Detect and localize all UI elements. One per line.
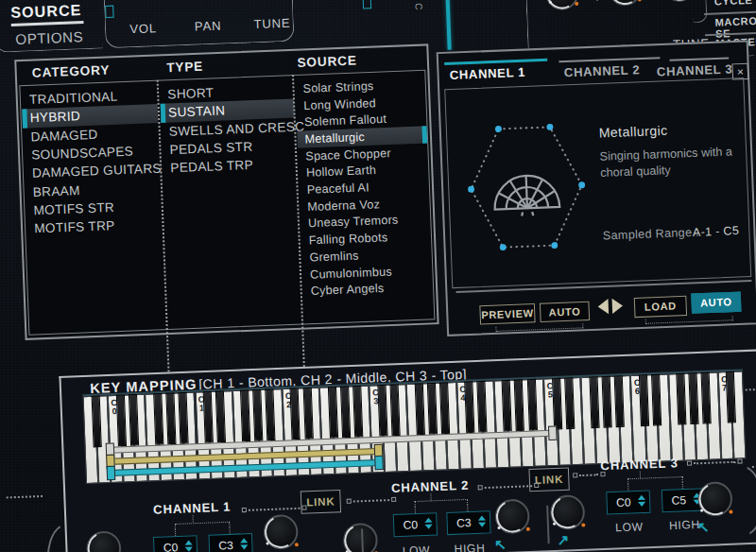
- note-value: C3: [210, 538, 243, 552]
- low-label: LOW: [607, 520, 651, 535]
- vol-label-left: VOL: [129, 21, 157, 36]
- connector-endpoint: [478, 485, 483, 490]
- column-header-type: TYPE: [166, 60, 203, 76]
- note-value: C5: [662, 493, 696, 508]
- range-handle[interactable]: [374, 456, 384, 470]
- note-value: C3: [447, 516, 480, 530]
- low-note-spinner[interactable]: C0: [606, 490, 650, 514]
- column-header-source: SOURCE: [297, 53, 357, 70]
- connector-endpoint: [737, 458, 742, 463]
- knob-arrow-icon: ↗: [557, 531, 569, 549]
- list-item-label: Falling Robots: [301, 231, 387, 248]
- list-item-label: Solemn Fallout: [297, 112, 387, 129]
- list-item-label: HYBRID: [22, 110, 80, 126]
- note-value: C0: [154, 541, 187, 552]
- dotted-stem: [193, 515, 194, 522]
- list-item-label: SOUNDSCAPES: [24, 144, 133, 163]
- list-item-label: PEDALS STR: [162, 140, 252, 158]
- low-note-spinner[interactable]: C0: [153, 535, 198, 552]
- column-header-category: CATEGORY: [32, 62, 111, 79]
- list-item-label: Cyber Angels: [303, 282, 385, 298]
- prev-arrow-icon[interactable]: [597, 299, 609, 315]
- note-value: C0: [394, 518, 427, 532]
- source-description: Singing harmonics with a choral quality: [599, 144, 746, 181]
- connector-endpoint: [600, 472, 605, 476]
- selection-marker: [22, 110, 27, 129]
- auto-preview-button[interactable]: AUTO: [540, 302, 590, 322]
- dotted-connector: [7, 495, 43, 498]
- spinner-arrows-icon[interactable]: [478, 515, 487, 526]
- list-item-label: PEDALS TRP: [163, 158, 253, 176]
- list-item-label: DAMAGED: [23, 127, 98, 144]
- list-item-label: Uneasy Tremors: [301, 214, 399, 231]
- next-arrow-icon[interactable]: [612, 298, 624, 314]
- list-item-label: SUSTAIN: [161, 104, 226, 121]
- dotted-leg: [467, 505, 468, 511]
- list-item-label: SHORT: [160, 86, 215, 102]
- dotted-stem: [640, 472, 641, 478]
- dotted-connector: [752, 466, 756, 469]
- dotted-leg: [415, 507, 416, 513]
- tab-channel-1[interactable]: CHANNEL 1: [449, 65, 525, 82]
- plugin-window: SOURCE OPTIONS VOL PAN TUNE C ▲▼ ▲▼ VOL …: [0, 0, 756, 552]
- list-item-label: MOTIFS TRP: [26, 218, 115, 236]
- dotted-leg: [682, 482, 683, 489]
- connector-endpoint: [534, 483, 539, 488]
- sampled-range-value: A-1 - C5: [693, 224, 740, 239]
- link-button[interactable]: LINK: [301, 490, 341, 514]
- list-item-label: Moderna Voz: [300, 198, 380, 214]
- vertical-slider[interactable]: [446, 0, 452, 50]
- selection-marker: [161, 104, 166, 123]
- list-item-label: Cumulonimbus: [302, 265, 392, 282]
- stepper-arrows-icon[interactable]: ▲▼: [593, 0, 600, 2]
- dotted-connector: [746, 388, 756, 391]
- list-item-label: Peaceful AI: [299, 181, 369, 197]
- tune-label-left: TUNE: [253, 16, 291, 32]
- list-item-label: Space Chopper: [298, 147, 391, 164]
- pan-label-left: PAN: [195, 18, 222, 33]
- link-button[interactable]: LINK: [528, 467, 569, 492]
- teal-indicator-icon: [363, 0, 372, 9]
- dotted-leg: [175, 529, 176, 536]
- range-handle[interactable]: [548, 426, 558, 440]
- list-item-label: Hollow Earth: [299, 164, 377, 180]
- hexagon-radar-icon: [464, 121, 589, 253]
- range-handle[interactable]: [106, 466, 115, 480]
- list-item-label: Solar Strings: [295, 79, 373, 95]
- connector-endpoint: [347, 499, 352, 504]
- list-item-label: MOTIFS STR: [26, 200, 114, 218]
- knob-arrow-icon: ↖: [494, 536, 507, 552]
- load-button[interactable]: LOAD: [634, 296, 687, 318]
- tab-channel-3[interactable]: CHANNEL 3: [657, 61, 733, 78]
- spinner-arrows-icon[interactable]: [638, 495, 646, 507]
- source-item[interactable]: Cyber Angels: [302, 278, 433, 300]
- low-note-spinner[interactable]: C0: [393, 512, 438, 537]
- category-item[interactable]: MOTIFS TRP: [26, 215, 163, 238]
- tab-options[interactable]: OPTIONS: [15, 28, 83, 47]
- connector-endpoint: [391, 497, 396, 502]
- connector-endpoint: [687, 460, 692, 465]
- high-note-spinner[interactable]: C3: [446, 510, 490, 535]
- spinner-arrows-icon[interactable]: [424, 518, 433, 529]
- high-note-spinner[interactable]: C3: [208, 533, 252, 552]
- preview-button[interactable]: PREVIEW: [479, 303, 535, 324]
- connector-endpoint: [242, 508, 247, 512]
- selection-marker: [421, 126, 427, 143]
- list-item-label: Metallurgic: [297, 130, 365, 147]
- tab-channel-2[interactable]: CHANNEL 2: [564, 62, 641, 79]
- low-label: LOW: [394, 543, 438, 552]
- tab-source[interactable]: SOURCE: [10, 2, 82, 22]
- type-item[interactable]: PEDALS TRP: [163, 154, 297, 178]
- source-name: Metallurgic: [598, 123, 667, 141]
- spinner-arrows-icon[interactable]: [240, 538, 249, 549]
- list-item-label: TRADITIONAL: [22, 90, 118, 108]
- list-item-label: BRAAM: [25, 183, 80, 199]
- rotated-c-label: C: [414, 3, 424, 10]
- knob-arrow-icon: ↖: [696, 518, 709, 536]
- list-item-label: Long Winded: [296, 96, 376, 112]
- auto-load-button[interactable]: AUTO: [691, 292, 741, 314]
- high-label: HIGH: [448, 541, 492, 552]
- connector-endpoint: [573, 473, 577, 477]
- connector-endpoint: [301, 505, 306, 509]
- spinner-arrows-icon[interactable]: [184, 540, 193, 551]
